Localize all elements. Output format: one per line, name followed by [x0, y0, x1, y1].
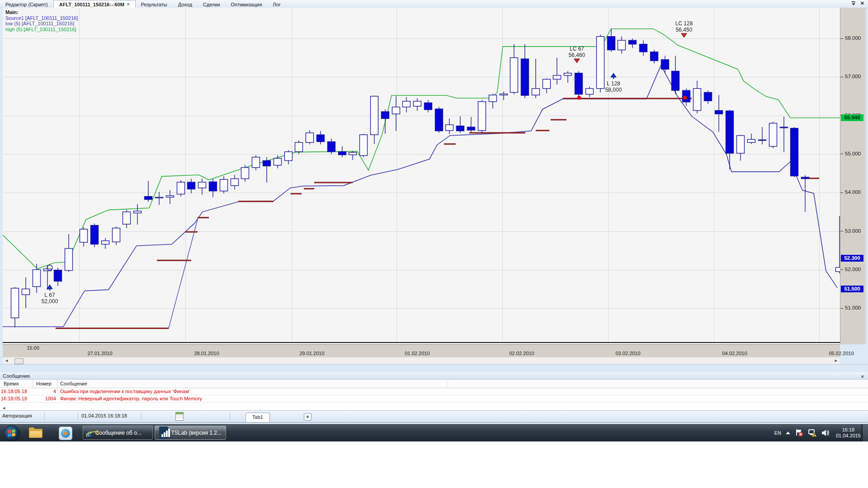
date-axis[interactable]: 15:0027.01.201028.01.201029.01.201001.02…: [3, 344, 840, 357]
col-time[interactable]: Время: [4, 381, 19, 386]
date-label: 03.02.2010: [615, 351, 640, 356]
price-tick-label: 53.000: [845, 228, 861, 234]
price-tick-mark: [840, 77, 843, 77]
message-cell: 4: [33, 389, 56, 394]
status-datetime: 01.04.2015 16:18:18: [81, 413, 127, 418]
separator: [141, 412, 142, 420]
col-message[interactable]: Сообщение: [60, 381, 87, 386]
date-label: 02.02.2010: [509, 351, 534, 356]
message-cell: 16:18:05.18: [1, 389, 27, 394]
message-cell: 1004: [33, 396, 56, 401]
media-player-icon[interactable]: [59, 427, 72, 440]
column-separator: [447, 380, 447, 388]
chart-horizontal-scrollbar[interactable]: ◄ ►: [3, 357, 840, 365]
log-book-icon[interactable]: [175, 412, 184, 421]
date-label: 29.01.2010: [299, 351, 324, 356]
price-tick-label: 55.000: [845, 151, 861, 156]
panel-divider: [0, 364, 868, 373]
window-close-icon[interactable]: ✕: [860, 1, 864, 6]
price-chart[interactable]: [3, 8, 840, 344]
price-tick-mark: [840, 269, 843, 270]
language-indicator[interactable]: EN: [774, 430, 781, 436]
price-tick-mark: [840, 154, 843, 154]
price-badge: 51.500: [841, 286, 863, 292]
show-hidden-icons[interactable]: [785, 431, 791, 435]
column-separator: [33, 380, 33, 388]
price-tick-mark: [840, 231, 843, 231]
price-badge: 52.300: [841, 255, 863, 262]
legend-low-series: low (5) [AFLT_100111_150216]: [5, 21, 78, 27]
tslab-window: Редактор (Скрипт)AFLT_100111_150216:-:60…: [0, 0, 868, 423]
screen: Редактор (Скрипт)AFLT_100111_150216:-:60…: [0, 0, 868, 488]
legend-title: Main:: [5, 9, 78, 15]
scroll-left-icon[interactable]: ◄: [2, 406, 6, 410]
tray-date: 01.04.2015: [836, 433, 861, 438]
auto-hide-pin-icon[interactable]: [851, 1, 856, 5]
tab-6[interactable]: Лог: [267, 0, 286, 8]
price-badge: 55.940: [841, 114, 863, 121]
separator: [44, 412, 45, 420]
date-label: 27.01.2010: [87, 351, 112, 356]
price-tick-label: 51.000: [845, 305, 861, 310]
price-axis[interactable]: 58.00057.00056.00055.00054.00053.00052.0…: [840, 8, 866, 344]
price-tick-label: 57.000: [845, 74, 861, 79]
message-cell: Финам: Неверный идентификатор, пароль ил…: [60, 396, 202, 401]
date-label: 04.02.2010: [722, 351, 747, 356]
status-authorization: Авторизация: [2, 413, 32, 418]
start-button[interactable]: [4, 425, 20, 441]
window-icons: ✕: [851, 1, 864, 6]
taskbar: e Сообщение об о... TSLab (версия 1.2...…: [0, 424, 868, 441]
price-tick-mark: [840, 308, 843, 309]
chart-legend: Main: Source1 [AFLT_100111_150216] low (…: [5, 9, 78, 32]
explorer-icon[interactable]: [29, 427, 42, 438]
price-tick-mark: [840, 38, 843, 39]
col-number[interactable]: Номер: [36, 381, 52, 386]
scroll-thumb[interactable]: [14, 358, 24, 364]
internet-explorer-icon: e: [87, 427, 92, 438]
tab-3[interactable]: Доход: [173, 0, 198, 8]
tab-2[interactable]: Результаты: [136, 0, 173, 8]
date-label: 15:00: [27, 345, 39, 351]
message-cell: Ошибка при подключении к поставщику данн…: [60, 389, 190, 394]
scroll-right-icon[interactable]: ►: [834, 358, 838, 363]
taskbar-button-message[interactable]: e Сообщение об о...: [83, 426, 153, 440]
document-tab-bar: Редактор (Скрипт)AFLT_100111_150216:-:60…: [0, 0, 868, 8]
date-label: 05.02.2010: [829, 351, 854, 356]
price-tick-mark: [840, 192, 843, 193]
network-icon[interactable]: [808, 429, 817, 437]
workspace-tab[interactable]: Tab1: [245, 413, 270, 422]
legend-source-series: Source1 [AFLT_100111_150216]: [5, 15, 78, 21]
separator: [230, 412, 230, 420]
windows-logo-icon: [8, 429, 16, 437]
message-row[interactable]: 16:18:05.181004Финам: Неверный идентифик…: [0, 395, 868, 403]
system-tray: EN: [774, 424, 861, 441]
message-cell: 16:18:05.18: [1, 396, 27, 401]
action-center-flag-icon[interactable]: [795, 429, 804, 437]
price-tick-label: 58.000: [845, 35, 861, 41]
tslab-icon: [159, 427, 168, 439]
messages-title: Сообщения ✕: [0, 372, 868, 380]
status-bar: Авторизация 01.04.2015 16:18:18 Tab1 +: [0, 410, 868, 422]
price-tick-label: 54.000: [845, 189, 861, 195]
date-label: 28.01.2010: [194, 351, 219, 356]
messages-scrollbar[interactable]: ◄: [0, 406, 868, 410]
tab-0[interactable]: Редактор (Скрипт): [0, 0, 53, 8]
clock[interactable]: 16:18 01.04.2015: [836, 427, 861, 439]
scroll-left-icon[interactable]: ◄: [5, 358, 9, 363]
date-label: 01.02.2010: [405, 351, 429, 356]
add-workspace-button[interactable]: +: [304, 413, 311, 421]
messages-panel: Сообщения ✕ Время Номер Сообщение 16:18:…: [0, 372, 868, 410]
column-separator: [57, 380, 58, 388]
tray-time: 16:18: [842, 427, 855, 432]
tab-5[interactable]: Оптимизация: [225, 0, 267, 8]
separator: [78, 412, 78, 420]
message-row[interactable]: 16:18:05.184Ошибка при подключении к пос…: [0, 388, 868, 395]
show-desktop-button[interactable]: [862, 424, 868, 441]
taskbar-button-tslab[interactable]: TSLab (версия 1.2...: [155, 426, 226, 440]
tab-4[interactable]: Сделки: [198, 0, 226, 8]
messages-header-row[interactable]: Время Номер Сообщение: [0, 380, 868, 388]
legend-high-series: high (5) [AFLT_100111_150216]: [5, 27, 78, 33]
tab-close-icon[interactable]: ×: [127, 2, 130, 7]
volume-icon[interactable]: [821, 429, 830, 437]
tab-1[interactable]: AFLT_100111_150216:-:60M×: [53, 0, 136, 8]
